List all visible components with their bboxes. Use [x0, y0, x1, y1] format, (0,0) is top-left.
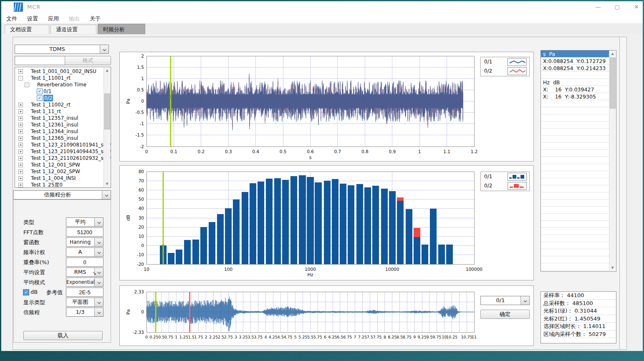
tab-2[interactable]: 时频分析 — [98, 24, 145, 34]
menu-item-0[interactable]: 文件 — [1, 14, 22, 23]
expand-icon[interactable]: + — [18, 129, 23, 134]
readout-row[interactable] — [541, 72, 609, 79]
collapse-icon[interactable]: - — [18, 76, 23, 81]
readout-row[interactable] — [541, 199, 609, 207]
load-button[interactable]: 载入 — [23, 331, 103, 340]
file-format-dropdown[interactable]: TDMS — [15, 45, 109, 54]
readout-row[interactable] — [541, 178, 609, 185]
tree-item[interactable]: +Test 1_12357_insul — [15, 115, 104, 121]
tree-item[interactable]: +Test 1_123_211026102932_spw — [15, 155, 104, 162]
line-series-icon[interactable] — [508, 67, 527, 75]
tree-item[interactable]: +Test 1_12_002_SPW — [15, 168, 104, 175]
tree-item[interactable]: +Test 1_11_rt — [15, 108, 104, 115]
readout-row[interactable] — [541, 207, 609, 214]
expand-icon[interactable]: + — [18, 136, 23, 141]
minimize-button[interactable]: — — [592, 3, 604, 11]
expand-icon[interactable]: + — [18, 123, 23, 127]
avg-setting-dropdown[interactable]: RMS — [66, 268, 104, 277]
display-type-dropdown[interactable]: 平面图 — [66, 298, 104, 307]
tree-item[interactable]: -Reverberation Time — [15, 81, 104, 88]
time-waveform-plot[interactable]: 00.10.20.30.40.50.60.70.80.911.11.221.51… — [120, 52, 533, 161]
tree-item[interactable]: +Test 1_123_210908101941_spw — [15, 141, 104, 148]
fft-points-input[interactable] — [66, 227, 104, 237]
bar-series-icon[interactable] — [508, 173, 527, 181]
format-button[interactable]: 格式 — [65, 56, 111, 65]
channel-select-dropdown[interactable]: 0/1 — [480, 296, 530, 305]
weighting-dropdown[interactable]: A — [66, 247, 104, 257]
list-scrollbar[interactable]: ▲ ▼ — [609, 51, 616, 271]
menu-item-2[interactable]: 应用 — [43, 14, 64, 23]
readout-row[interactable] — [541, 150, 609, 157]
window-fn-dropdown[interactable]: Hanning — [66, 237, 104, 247]
expand-icon[interactable]: + — [18, 176, 23, 181]
readout-row[interactable] — [541, 129, 609, 136]
maximize-button[interactable]: ▢ — [611, 3, 624, 11]
right-scroll-strip[interactable] — [619, 37, 627, 350]
readout-row[interactable] — [541, 192, 609, 199]
expand-icon[interactable]: + — [18, 156, 23, 161]
expand-icon[interactable]: + — [18, 169, 23, 174]
readout-row[interactable] — [541, 107, 609, 114]
readout-row[interactable] — [541, 136, 609, 143]
confirm-button[interactable]: 确定 — [480, 310, 530, 319]
expand-icon[interactable]: + — [18, 149, 23, 154]
readout-row[interactable] — [541, 100, 609, 107]
analysis-type-dropdown[interactable]: 倍频程分析 — [13, 190, 111, 199]
octave-dropdown[interactable]: 1/3 — [66, 308, 104, 317]
readout-row[interactable]: X: 16 Y:-8.329305 — [541, 93, 609, 100]
line-series-icon[interactable] — [508, 58, 527, 66]
readout-row[interactable] — [541, 249, 609, 256]
search-input[interactable] — [15, 56, 65, 65]
readout-row[interactable] — [541, 263, 609, 270]
overlap-input[interactable] — [66, 257, 104, 267]
tree-item[interactable]: +Test 1_11002_rt — [15, 101, 104, 108]
tree-item[interactable]: +Test 1_001_001_002_INSU — [15, 68, 104, 75]
tree-item[interactable]: +Test 1_25度0 — [15, 182, 104, 188]
close-button[interactable]: ✕ — [630, 3, 643, 11]
readout-row[interactable] — [541, 164, 609, 171]
channel-checkbox[interactable]: ✓ — [37, 88, 43, 94]
tree-scroll-thumb[interactable] — [104, 93, 110, 129]
tab-0[interactable]: 文档设置 — [5, 25, 49, 34]
tree-item[interactable]: +Test 1_123_210914094435_spw — [15, 148, 104, 155]
scroll-up-icon[interactable]: ▲ — [609, 51, 616, 57]
readout-row[interactable] — [541, 221, 609, 228]
scroll-down-icon[interactable]: ▼ — [104, 181, 110, 187]
avg-mode-dropdown[interactable]: Exponential — [66, 278, 104, 287]
menu-item-4[interactable]: 关于 — [85, 14, 106, 23]
readout-row[interactable] — [541, 171, 609, 178]
channel-checkbox[interactable]: ✓ — [37, 95, 43, 101]
readout-row[interactable] — [541, 228, 609, 235]
tree-item[interactable]: +Test 1_12_001_SPW — [15, 162, 104, 168]
legend-row[interactable]: 0/2 — [481, 181, 529, 190]
bar-series-icon[interactable] — [508, 182, 527, 190]
scroll-up-icon[interactable]: ▲ — [104, 68, 110, 73]
tree-item[interactable]: -Test 1_11001_rt — [15, 75, 104, 81]
tree-item[interactable]: +Test 1_12365_insul — [15, 135, 104, 141]
legend-row[interactable]: 0/1 — [481, 57, 529, 66]
readout-row[interactable]: s Pa — [541, 50, 609, 58]
tree-item[interactable]: +Test 1_12364_insul — [15, 128, 104, 135]
scroll-down-icon[interactable]: ▼ — [609, 265, 616, 271]
expand-icon[interactable]: + — [18, 116, 23, 121]
readout-row[interactable]: Hz dB — [541, 79, 609, 86]
tree-item[interactable]: +Test 1_12361_insul — [15, 121, 104, 128]
readout-row[interactable] — [541, 235, 609, 242]
readout-row[interactable] — [541, 114, 609, 121]
expand-icon[interactable]: + — [18, 143, 23, 147]
readout-row[interactable] — [541, 185, 609, 192]
expand-icon[interactable]: + — [18, 109, 23, 114]
tree-item[interactable]: +Test 1_1_004_INSI — [15, 175, 104, 182]
db-checkbox[interactable]: ✓ — [23, 289, 29, 295]
readout-row[interactable] — [541, 214, 609, 221]
readout-row[interactable] — [541, 157, 609, 164]
expand-icon[interactable]: + — [18, 103, 23, 107]
full-waveform-plot[interactable]: 00.250.50.7511.251.51.7522.252.52.7533.2… — [120, 286, 533, 346]
readout-row[interactable]: X: 16 Y:0.039427 — [541, 86, 609, 93]
readout-row[interactable] — [541, 242, 609, 249]
readout-row[interactable] — [541, 121, 609, 129]
menu-item-1[interactable]: 设置 — [22, 14, 43, 23]
tree-item[interactable]: ✓0/1 — [15, 88, 104, 95]
octave-spectrum-plot[interactable]: 1010010001000010000080706050403020100-10… — [120, 166, 533, 280]
reference-value-input[interactable] — [66, 288, 104, 297]
